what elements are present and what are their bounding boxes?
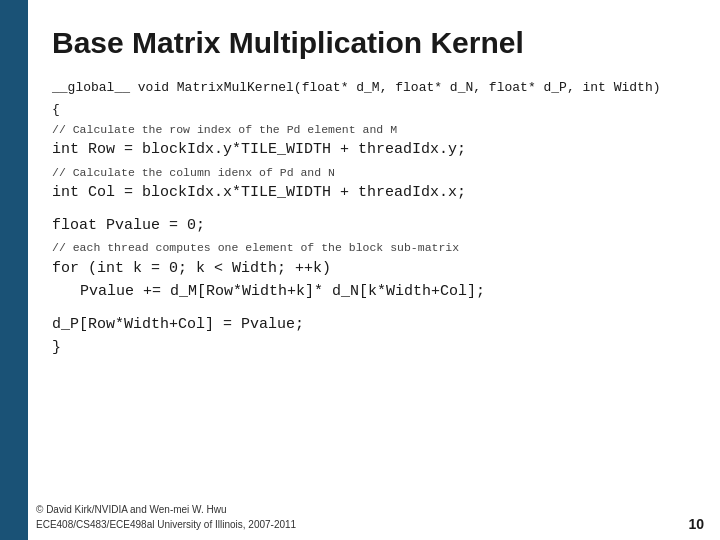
left-bar xyxy=(0,0,28,540)
code-pvalue-accum: Pvalue += d_M[Row*Width+k]* d_N[k*Width+… xyxy=(52,280,696,303)
footer: © David Kirk/NVIDIA and Wen-mei W. Hwu E… xyxy=(36,502,704,532)
comment3: // each thread computes one element of t… xyxy=(52,239,696,256)
page-number: 10 xyxy=(688,516,704,532)
open-brace: { xyxy=(52,100,696,120)
footer-line2: ECE408/CS483/ECE498al University of Illi… xyxy=(36,517,296,532)
code-col: int Col = blockIdx.x*TILE_WIDTH + thread… xyxy=(52,181,696,204)
code-block: __global__ void MatrixMulKernel(float* d… xyxy=(52,78,696,360)
code-pvalue-init: float Pvalue = 0; xyxy=(52,214,696,237)
function-signature: __global__ void MatrixMulKernel(float* d… xyxy=(52,78,696,98)
close-brace: } xyxy=(52,336,696,359)
code-dp-assign: d_P[Row*Width+Col] = Pvalue; xyxy=(52,313,696,336)
content: Base Matrix Multiplication Kernel __glob… xyxy=(28,0,720,540)
code-row: int Row = blockIdx.y*TILE_WIDTH + thread… xyxy=(52,138,696,161)
footer-line1: © David Kirk/NVIDIA and Wen-mei W. Hwu xyxy=(36,502,296,517)
footer-credit: © David Kirk/NVIDIA and Wen-mei W. Hwu E… xyxy=(36,502,296,532)
comment2: // Calculate the column idenx of Pd and … xyxy=(52,164,696,181)
comment1: // Calculate the row index of the Pd ele… xyxy=(52,121,696,138)
slide-title: Base Matrix Multiplication Kernel xyxy=(52,26,696,60)
code-for-loop: for (int k = 0; k < Width; ++k) xyxy=(52,257,696,280)
slide: Base Matrix Multiplication Kernel __glob… xyxy=(0,0,720,540)
